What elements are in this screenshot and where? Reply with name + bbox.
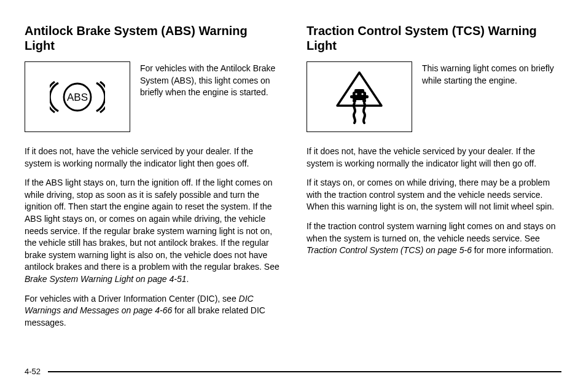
tcs-p3-tail: for more information. <box>472 245 553 255</box>
brake-system-ref: Brake System Warning Light on page 4‑51 <box>25 274 187 284</box>
tcs-paragraph-2: If it stays on, or comes on while drivin… <box>307 177 561 213</box>
tcs-heading: Traction Control System (TCS) Warning Li… <box>307 23 561 53</box>
abs-p3-text: For vehicles with a Driver Information C… <box>25 294 239 304</box>
abs-paragraph-2: If the ABS light stays on, turn the igni… <box>25 177 279 285</box>
tcs-paragraph-1: If it does not, have the vehicle service… <box>307 146 561 170</box>
tcs-icon-box <box>307 61 412 132</box>
abs-paragraph-1: If it does not, have the vehicle service… <box>25 146 279 170</box>
page-number: 4-52 <box>25 366 41 377</box>
tcs-paragraph-3: If the traction control system warning l… <box>307 221 561 257</box>
svg-rect-3 <box>354 89 364 93</box>
abs-intro-block: ABS For vehicles with the Antilock Brake… <box>25 61 279 132</box>
tcs-icon <box>331 69 388 125</box>
svg-rect-2 <box>350 95 369 98</box>
tcs-intro-text: This warning light comes on briefly whil… <box>422 61 561 87</box>
right-column: Traction Control System (TCS) Warning Li… <box>307 23 561 336</box>
tcs-p3-text: If the traction control system warning l… <box>307 221 555 243</box>
svg-point-7 <box>361 93 363 95</box>
abs-intro-text: For vehicles with the Antilock Brake Sys… <box>140 61 279 99</box>
abs-icon: ABS <box>50 80 105 114</box>
abs-p2-tail: . <box>187 274 189 284</box>
left-column: Antilock Brake System (ABS) Warning Ligh… <box>25 23 279 336</box>
abs-icon-label: ABS <box>67 92 88 103</box>
page-footer: 4-52 <box>25 366 561 377</box>
tcs-ref: Traction Control System (TCS) on page 5‑… <box>307 245 472 255</box>
abs-heading: Antilock Brake System (ABS) Warning Ligh… <box>25 23 279 53</box>
content-columns: Antilock Brake System (ABS) Warning Ligh… <box>25 23 561 336</box>
abs-icon-box: ABS <box>25 61 130 132</box>
footer-divider <box>48 371 561 372</box>
svg-point-6 <box>355 93 357 95</box>
abs-paragraph-3: For vehicles with a Driver Information C… <box>25 293 279 329</box>
tcs-intro-block: This warning light comes on briefly whil… <box>307 61 561 132</box>
abs-p2-text: If the ABS light stays on, turn the igni… <box>25 178 279 272</box>
